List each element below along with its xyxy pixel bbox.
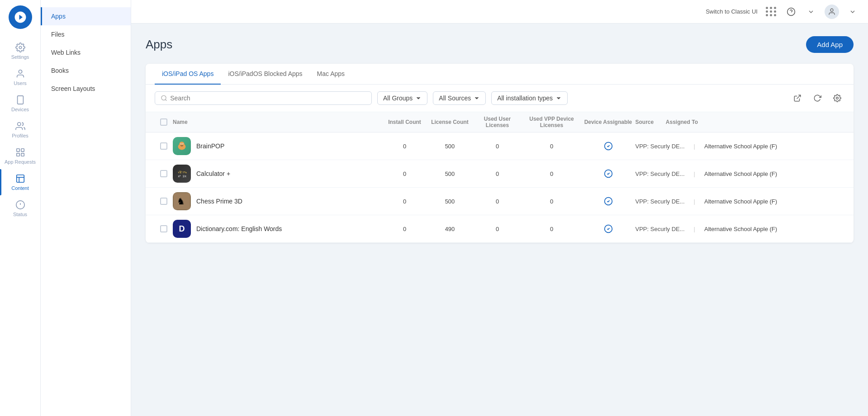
tab-ios-ipad[interactable]: iOS/iPad OS Apps [155, 64, 221, 85]
row-name: √2 5⅓ x² 1/x Calculator + [173, 165, 382, 183]
row-used-user-licenses: 0 [473, 143, 522, 150]
topbar: Switch to Classic UI [131, 0, 868, 24]
svg-rect-8 [21, 153, 24, 156]
header-license-count: License Count [427, 116, 473, 128]
search-box[interactable] [155, 91, 372, 105]
table-row[interactable]: BrainPOP 0 500 0 0 VPP: Securly DE... | … [146, 132, 854, 160]
sidebar-item-users[interactable]: Users [0, 64, 40, 90]
settings-table-icon[interactable] [830, 91, 844, 105]
sidebar-item-devices[interactable]: Devices [0, 90, 40, 117]
svg-rect-2 [17, 96, 23, 104]
row-install-count: 0 [382, 226, 427, 232]
row-checkbox[interactable] [155, 170, 173, 177]
all-installation-types-filter[interactable]: All installation types [491, 91, 568, 105]
chevron-down-icon[interactable] [805, 5, 817, 18]
row-device-assignable [581, 142, 636, 151]
sidebar-web-links[interactable]: Web Links [41, 43, 131, 61]
svg-rect-7 [16, 153, 19, 156]
sidebar-item-app-requests[interactable]: App Requests [0, 143, 40, 169]
sidebar-books[interactable]: Books [41, 61, 131, 80]
row-checkbox[interactable] [155, 225, 173, 232]
row-checkbox[interactable] [155, 198, 173, 205]
row-used-vpp-device-licenses: 0 [522, 198, 581, 205]
svg-point-21 [836, 97, 839, 99]
svg-text:x²: x² [178, 175, 181, 178]
calc-svg: √2 5⅓ x² 1/x [175, 167, 188, 180]
sidebar-item-profiles[interactable]: Profiles [0, 117, 40, 143]
row-license-count: 500 [427, 198, 473, 205]
row-install-count: 0 [382, 143, 427, 150]
row-name: ♞ Chess Prime 3D [173, 192, 382, 210]
header-device-assignable: Device Assignable [581, 116, 636, 128]
row-device-assignable [581, 224, 636, 233]
row-source-assigned: VPP: Securly DE... | Alternative School … [636, 170, 845, 177]
header-checkbox[interactable] [155, 116, 173, 128]
tabs-bar: iOS/iPad OS Apps iOS/iPadOS Blocked Apps… [146, 64, 854, 85]
user-chevron-icon[interactable] [846, 5, 859, 18]
refresh-icon[interactable] [810, 91, 825, 105]
user-avatar[interactable] [825, 5, 839, 19]
status-nav-label: Status [13, 212, 27, 217]
table-row[interactable]: D Dictionary.com: English Words 0 490 0 … [146, 215, 854, 243]
row-used-vpp-device-licenses: 0 [522, 226, 581, 232]
svg-text:♞: ♞ [177, 196, 185, 206]
grid-icon[interactable] [765, 5, 778, 18]
header-used-user-licenses: Used User Licenses [473, 116, 522, 128]
export-icon[interactable] [790, 91, 805, 105]
sidebar-files[interactable]: Files [41, 25, 131, 43]
row-used-vpp-device-licenses: 0 [522, 143, 581, 150]
devices-nav-label: Devices [11, 107, 29, 112]
row-used-user-licenses: 0 [473, 170, 522, 177]
sidebar-apps[interactable]: Apps [41, 7, 131, 25]
header-name: Name [173, 116, 382, 128]
sidebar-screen-layouts[interactable]: Screen Layouts [41, 80, 131, 98]
row-device-assignable [581, 197, 636, 206]
row-source-assigned: VPP: Securly DE... | Alternative School … [636, 226, 845, 232]
svg-point-18 [161, 95, 166, 100]
sidebar-item-status[interactable]: Status [0, 195, 40, 222]
row-used-vpp-device-licenses: 0 [522, 170, 581, 177]
sidebar-item-settings[interactable]: Settings [0, 38, 40, 64]
row-source-assigned: VPP: Securly DE... | Alternative School … [636, 143, 845, 150]
select-all-checkbox[interactable] [160, 118, 167, 126]
row-source-assigned: VPP: Securly DE... | Alternative School … [636, 198, 845, 205]
chevron-down-install-icon [555, 95, 562, 101]
svg-point-17 [830, 9, 833, 11]
row-name: BrainPOP [173, 137, 382, 155]
logo[interactable] [9, 5, 32, 29]
all-sources-filter[interactable]: All Sources [433, 91, 486, 105]
svg-point-26 [180, 143, 181, 144]
svg-rect-6 [21, 149, 24, 151]
search-input[interactable] [170, 95, 366, 102]
all-groups-filter[interactable]: All Groups [377, 91, 427, 105]
header-install-count: Install Count [382, 116, 427, 128]
sidebar: Apps Files Web Links Books Screen Layout… [41, 0, 131, 416]
search-icon [161, 95, 167, 102]
row-checkbox[interactable] [155, 142, 173, 150]
table-row[interactable]: √2 5⅓ x² 1/x Calculator + 0 500 0 0 [146, 160, 854, 188]
svg-point-1 [19, 70, 22, 73]
help-icon[interactable] [785, 5, 797, 18]
svg-line-19 [166, 99, 167, 101]
tab-mac[interactable]: Mac Apps [310, 64, 352, 85]
switch-to-classic-ui[interactable]: Switch to Classic UI [706, 8, 758, 15]
app-icon-calculator: √2 5⅓ x² 1/x [173, 165, 191, 183]
sidebar-item-content[interactable]: Content [0, 169, 40, 195]
svg-rect-5 [16, 149, 19, 151]
svg-point-27 [182, 143, 183, 144]
chevron-down-sources-icon [474, 95, 480, 101]
filters-row: All Groups All Sources All installation … [146, 85, 854, 112]
header-used-vpp-device-licenses: Used VPP Device Licenses [522, 116, 581, 128]
row-license-count: 500 [427, 170, 473, 177]
table-header: Name Install Count License Count Used Us… [146, 112, 854, 132]
table-row[interactable]: ♞ Chess Prime 3D 0 500 0 0 VPP: Securly … [146, 188, 854, 215]
content-area: Apps Add App iOS/iPad OS Apps iOS/iPadOS… [131, 24, 868, 416]
tab-ios-blocked[interactable]: iOS/iPadOS Blocked Apps [221, 64, 309, 85]
profiles-nav-label: Profiles [12, 133, 28, 138]
row-install-count: 0 [382, 170, 427, 177]
add-app-button[interactable]: Add App [806, 36, 854, 53]
svg-point-4 [17, 123, 20, 126]
apps-card: iOS/iPad OS Apps iOS/iPadOS Blocked Apps… [146, 64, 854, 243]
app-icon-brainpop [173, 137, 191, 155]
app-icon-dictionary: D [173, 220, 191, 238]
